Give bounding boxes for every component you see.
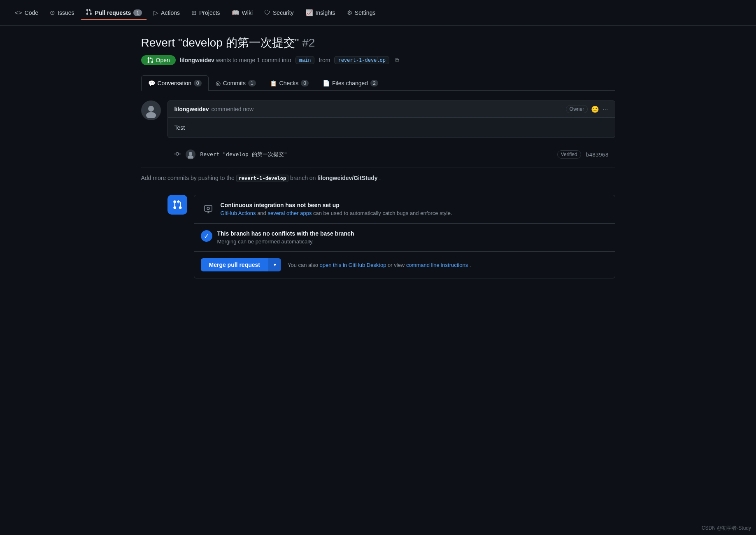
- nav-insights[interactable]: 📈 Insights: [300, 6, 340, 20]
- nav-code-label: Code: [25, 9, 38, 16]
- commit-text: Revert "develop 的第一次提交": [200, 151, 552, 158]
- merge-icon-col: [167, 195, 187, 278]
- tab-commits-count: 1: [248, 80, 256, 86]
- nav-pull-requests[interactable]: Pull requests 1: [81, 5, 147, 20]
- conversation-icon: 💬: [148, 80, 155, 86]
- comment-body: Test: [168, 118, 615, 138]
- pull-requests-icon: [86, 9, 92, 16]
- commit-avatar: [186, 150, 195, 159]
- comment-avatar: [141, 100, 161, 120]
- info-line-suffix: .: [379, 175, 381, 181]
- wiki-icon: 📖: [232, 9, 240, 16]
- tab-conversation[interactable]: 💬 Conversation 0: [141, 75, 209, 91]
- comment-header: lilongweidev commented now Owner 🙂 ···: [168, 101, 615, 118]
- merge-dropdown-button[interactable]: ▾: [268, 258, 281, 271]
- tab-files-changed-label: Files changed: [332, 80, 368, 86]
- issues-icon: ⊙: [50, 9, 55, 16]
- pr-tabs: 💬 Conversation 0 ◎ Commits 1 📋 Checks 0 …: [141, 75, 615, 91]
- actions-icon: ▷: [154, 9, 158, 16]
- github-actions-link[interactable]: GitHub Actions: [221, 210, 256, 216]
- pr-from-label: from: [319, 57, 330, 63]
- check-icon: ✓: [201, 230, 212, 242]
- svg-rect-6: [205, 206, 212, 211]
- merge-icon-box: [167, 195, 187, 215]
- status-container: Continuous integration has not been set …: [167, 195, 615, 278]
- main-content: Revert "develop 的第一次提交" #2 Open lilongwe…: [131, 26, 625, 288]
- projects-icon: ⊞: [191, 9, 197, 16]
- comment-emoji-button[interactable]: 🙂: [591, 105, 599, 113]
- comment-more-button[interactable]: ···: [602, 105, 608, 113]
- nav-wiki[interactable]: 📖 Wiki: [227, 6, 258, 20]
- checks-icon: 📋: [270, 80, 277, 86]
- merge-status-sub: Merging can be performed automatically.: [217, 238, 608, 245]
- tab-conversation-label: Conversation: [158, 80, 192, 86]
- comment-header-left: lilongweidev commented now: [174, 106, 254, 112]
- top-nav: <> Code ⊙ Issues Pull requests 1 ▷ Actio…: [0, 0, 756, 26]
- pr-title-text: Revert "develop 的第一次提交": [141, 36, 299, 49]
- pull-requests-badge: 1: [133, 9, 142, 16]
- pr-meta-author: lilongweidev wants to merge 1 commit int…: [180, 57, 291, 63]
- nav-settings[interactable]: ⚙ Settings: [342, 6, 381, 20]
- nav-security[interactable]: 🛡 Security: [259, 6, 299, 19]
- verified-badge: Verified: [557, 150, 581, 159]
- open-desktop-link[interactable]: open this in GitHub Desktop: [320, 262, 386, 268]
- settings-icon: ⚙: [347, 9, 352, 16]
- merge-dropdown-icon: ▾: [274, 262, 276, 268]
- other-apps-link[interactable]: several other apps: [268, 210, 312, 216]
- nav-insights-label: Insights: [316, 9, 335, 16]
- comment-box: lilongweidev commented now Owner 🙂 ··· T…: [167, 100, 615, 138]
- tab-commits[interactable]: ◎ Commits 1: [209, 75, 263, 91]
- comment-section: lilongweidev commented now Owner 🙂 ··· T…: [141, 100, 615, 138]
- info-line-prefix: Add more commits by pushing to the: [141, 175, 235, 181]
- nav-wiki-label: Wiki: [242, 9, 253, 16]
- merge-btn-group: Merge pull request ▾: [201, 258, 281, 271]
- copy-branch-button[interactable]: ⧉: [393, 56, 401, 65]
- nav-issues-label: Issues: [58, 9, 74, 16]
- nav-projects[interactable]: ⊞ Projects: [186, 6, 225, 20]
- nav-actions-label: Actions: [161, 9, 180, 16]
- svg-point-4: [189, 152, 192, 155]
- nav-settings-label: Settings: [355, 9, 376, 16]
- nav-issues[interactable]: ⊙ Issues: [45, 6, 79, 20]
- pr-title: Revert "develop 的第一次提交" #2: [141, 35, 615, 50]
- pr-meta: Open lilongweidev wants to merge 1 commi…: [141, 55, 615, 65]
- comment-time: commented now: [212, 106, 254, 112]
- commit-circle-icon: [174, 151, 181, 159]
- merge-text-col: This branch has no conflicts with the ba…: [217, 230, 608, 245]
- pr-meta-desc: wants to merge 1 commit into: [216, 57, 291, 63]
- commit-item: Revert "develop 的第一次提交" Verified b483968: [161, 145, 615, 164]
- code-icon: <>: [15, 9, 22, 16]
- tab-files-changed-count: 2: [370, 80, 378, 86]
- merge-status-row: ✓ This branch has no conflicts with the …: [194, 224, 615, 252]
- cmd-line-link[interactable]: command line instructions: [406, 262, 468, 268]
- watermark: CSDN @初学者-Study: [702, 525, 751, 532]
- watermark-text: CSDN @初学者-Study: [702, 525, 751, 531]
- nav-projects-label: Projects: [199, 9, 220, 16]
- nav-code[interactable]: <> Code: [10, 6, 43, 19]
- ci-sub: GitHub Actions and several other apps ca…: [221, 210, 608, 216]
- tab-files-changed[interactable]: 📄 Files changed 2: [316, 75, 385, 91]
- pr-number: #2: [302, 36, 315, 49]
- tab-checks[interactable]: 📋 Checks 0: [263, 75, 316, 91]
- pr-base-branch[interactable]: main: [295, 56, 315, 64]
- comment-author: lilongweidev: [174, 106, 209, 112]
- ci-title: Continuous integration has not been set …: [221, 202, 608, 208]
- nav-actions[interactable]: ▷ Actions: [149, 6, 185, 20]
- svg-point-1: [148, 106, 154, 112]
- tab-checks-label: Checks: [279, 80, 299, 86]
- tab-conversation-count: 0: [194, 80, 202, 86]
- pr-author: lilongweidev: [180, 57, 214, 63]
- svg-point-7: [207, 207, 209, 210]
- ci-row: Continuous integration has not been set …: [194, 195, 615, 224]
- files-changed-icon: 📄: [323, 80, 330, 86]
- owner-badge: Owner: [566, 105, 588, 113]
- merge-desc-prefix: You can also: [288, 262, 318, 268]
- pr-head-branch[interactable]: revert-1-develop: [334, 56, 389, 64]
- ci-suffix: can be used to automatically catch bugs …: [313, 210, 452, 216]
- merge-pull-request-button[interactable]: Merge pull request: [201, 258, 268, 271]
- security-icon: 🛡: [264, 9, 270, 16]
- commits-icon: ◎: [216, 80, 221, 86]
- nav-pull-requests-label: Pull requests: [95, 9, 131, 16]
- tab-commits-label: Commits: [223, 80, 246, 86]
- commit-hash: b483968: [586, 152, 609, 158]
